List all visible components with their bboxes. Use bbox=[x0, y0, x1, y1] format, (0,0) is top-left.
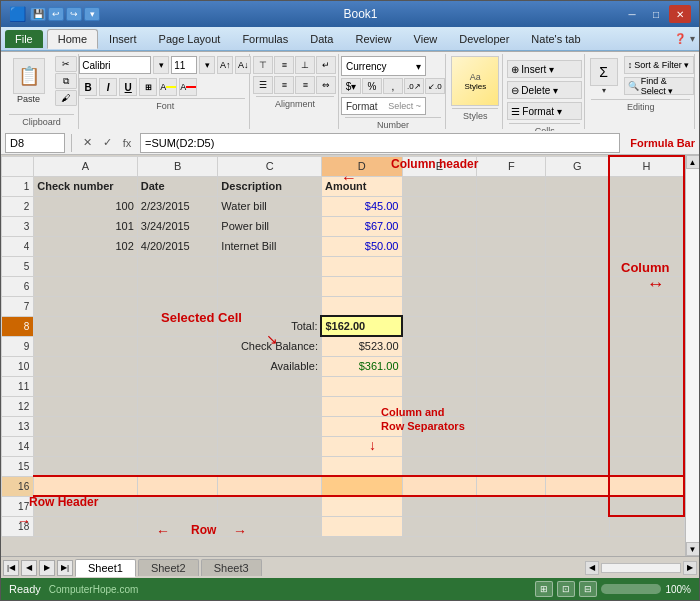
cell-F10[interactable] bbox=[477, 356, 546, 376]
tab-nates[interactable]: Nate's tab bbox=[520, 29, 591, 48]
minimize-button[interactable]: ─ bbox=[621, 5, 643, 23]
cell-D15[interactable] bbox=[321, 456, 402, 476]
cell-A4[interactable]: 102 bbox=[34, 236, 138, 256]
sheet-tab-3[interactable]: Sheet3 bbox=[201, 559, 262, 576]
h-scroll-track[interactable] bbox=[601, 563, 681, 573]
cell-D6[interactable] bbox=[321, 276, 402, 296]
cell-H17[interactable] bbox=[609, 496, 684, 516]
cell-A12[interactable] bbox=[34, 396, 138, 416]
cell-E10[interactable] bbox=[402, 356, 477, 376]
cell-F11[interactable] bbox=[477, 376, 546, 396]
cell-A16[interactable] bbox=[34, 476, 138, 496]
cell-A13[interactable] bbox=[34, 416, 138, 436]
cell-G10[interactable] bbox=[546, 356, 609, 376]
sheet-tab-2[interactable]: Sheet2 bbox=[138, 559, 199, 576]
cell-H18[interactable] bbox=[609, 516, 684, 536]
cell-C10[interactable]: Available: bbox=[218, 356, 322, 376]
scroll-track[interactable] bbox=[686, 169, 700, 542]
delete-button[interactable]: ⊖ Delete ▾ bbox=[507, 81, 582, 99]
cell-G1[interactable] bbox=[546, 176, 609, 196]
col-header-C[interactable]: C bbox=[218, 156, 322, 176]
scroll-right-button[interactable]: ▶ bbox=[683, 561, 697, 575]
percent-button[interactable]: % bbox=[362, 78, 382, 94]
font-color-button[interactable]: A bbox=[179, 78, 197, 96]
tab-view[interactable]: View bbox=[403, 29, 449, 48]
number-format-selector[interactable]: Currency ▾ bbox=[341, 56, 426, 76]
cell-B15[interactable] bbox=[137, 456, 218, 476]
cell-C18[interactable] bbox=[218, 516, 322, 536]
cell-reference-box[interactable]: D8 bbox=[5, 133, 65, 153]
cell-B7[interactable] bbox=[137, 296, 218, 316]
cell-H2[interactable] bbox=[609, 196, 684, 216]
cell-E1[interactable] bbox=[402, 176, 477, 196]
cell-E14[interactable] bbox=[402, 436, 477, 456]
increase-decimal-button[interactable]: .0↗ bbox=[404, 78, 424, 94]
ribbon-minimize-icon[interactable]: ▾ bbox=[690, 33, 695, 44]
tab-page-layout[interactable]: Page Layout bbox=[148, 29, 232, 48]
bold-button[interactable]: B bbox=[79, 78, 97, 96]
cell-E18[interactable] bbox=[402, 516, 477, 536]
cell-H4[interactable] bbox=[609, 236, 684, 256]
tab-review[interactable]: Review bbox=[344, 29, 402, 48]
cell-B12[interactable] bbox=[137, 396, 218, 416]
col-header-G[interactable]: G bbox=[546, 156, 609, 176]
cell-G8[interactable] bbox=[546, 316, 609, 336]
cell-F13[interactable] bbox=[477, 416, 546, 436]
align-right-button[interactable]: ≡ bbox=[295, 76, 315, 94]
sort-filter-button[interactable]: ↕ Sort & Filter ▾ bbox=[624, 56, 694, 74]
col-header-A[interactable]: A bbox=[34, 156, 138, 176]
cell-C16[interactable] bbox=[218, 476, 322, 496]
cell-G16[interactable] bbox=[546, 476, 609, 496]
number-format-dropdown-icon[interactable]: ▾ bbox=[416, 61, 421, 72]
redo-icon[interactable]: ↪ bbox=[66, 7, 82, 21]
page-break-view-button[interactable]: ⊟ bbox=[579, 581, 597, 597]
cell-C1[interactable]: Description bbox=[218, 176, 322, 196]
cell-F7[interactable] bbox=[477, 296, 546, 316]
sheet-tab-1[interactable]: Sheet1 bbox=[75, 559, 136, 577]
font-name-selector[interactable]: Calibri bbox=[79, 56, 151, 74]
page-layout-view-button[interactable]: ⊡ bbox=[557, 581, 575, 597]
insert-button[interactable]: ⊕ Insert ▾ bbox=[507, 60, 582, 78]
cell-D4[interactable]: $50.00 bbox=[321, 236, 402, 256]
insert-function-button[interactable]: fx bbox=[118, 134, 136, 152]
help-icon[interactable]: ❓ bbox=[674, 33, 686, 44]
cell-B8[interactable] bbox=[137, 316, 218, 336]
cell-D5[interactable] bbox=[321, 256, 402, 276]
copy-button[interactable]: ⧉ bbox=[55, 73, 77, 89]
cell-D17[interactable] bbox=[321, 496, 402, 516]
italic-button[interactable]: I bbox=[99, 78, 117, 96]
cell-D3[interactable]: $67.00 bbox=[321, 216, 402, 236]
scroll-left-button[interactable]: ◀ bbox=[585, 561, 599, 575]
cell-A17[interactable] bbox=[34, 496, 138, 516]
decrease-font-btn[interactable]: A↓ bbox=[235, 56, 251, 74]
increase-font-btn[interactable]: A↑ bbox=[217, 56, 233, 74]
cell-G2[interactable] bbox=[546, 196, 609, 216]
cell-E2[interactable] bbox=[402, 196, 477, 216]
cell-F15[interactable] bbox=[477, 456, 546, 476]
cell-A10[interactable] bbox=[34, 356, 138, 376]
cell-C14[interactable] bbox=[218, 436, 322, 456]
cell-C9[interactable]: Check Balance: bbox=[218, 336, 322, 356]
font-size-dropdown[interactable]: ▾ bbox=[199, 56, 215, 74]
cell-E15[interactable] bbox=[402, 456, 477, 476]
cell-B2[interactable]: 2/23/2015 bbox=[137, 196, 218, 216]
cell-F3[interactable] bbox=[477, 216, 546, 236]
tab-data[interactable]: Data bbox=[299, 29, 344, 48]
cell-B9[interactable] bbox=[137, 336, 218, 356]
cell-G3[interactable] bbox=[546, 216, 609, 236]
cell-C13[interactable] bbox=[218, 416, 322, 436]
cell-E7[interactable] bbox=[402, 296, 477, 316]
cell-H7[interactable] bbox=[609, 296, 684, 316]
format-painter-button[interactable]: 🖌 bbox=[55, 90, 77, 106]
save-icon[interactable]: 💾 bbox=[30, 7, 46, 21]
cell-B3[interactable]: 3/24/2015 bbox=[137, 216, 218, 236]
cell-C11[interactable] bbox=[218, 376, 322, 396]
decrease-decimal-button[interactable]: ↙.0 bbox=[425, 78, 445, 94]
cell-D7[interactable] bbox=[321, 296, 402, 316]
underline-button[interactable]: U bbox=[119, 78, 137, 96]
maximize-button[interactable]: □ bbox=[645, 5, 667, 23]
cell-E17[interactable] bbox=[402, 496, 477, 516]
cell-C2[interactable]: Water bill bbox=[218, 196, 322, 216]
cell-H10[interactable] bbox=[609, 356, 684, 376]
cell-F14[interactable] bbox=[477, 436, 546, 456]
